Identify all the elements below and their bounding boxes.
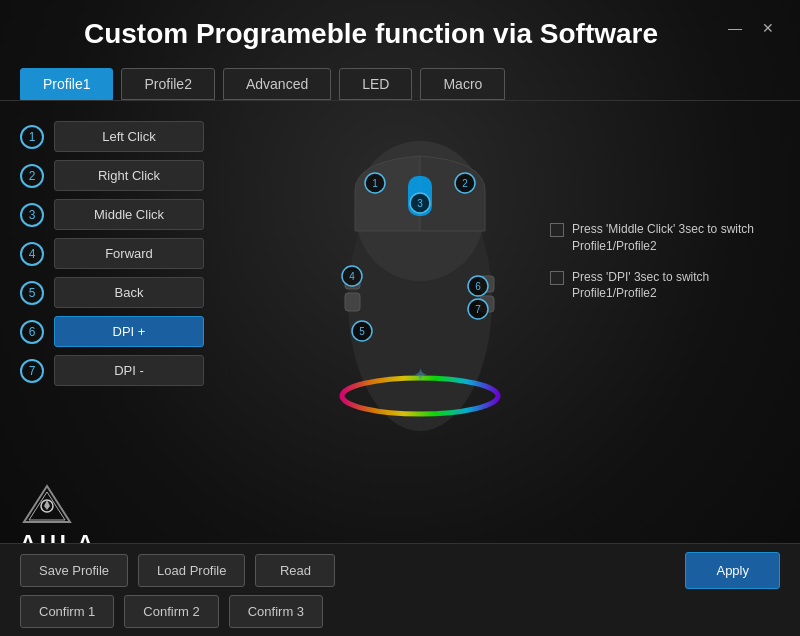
tab-bar: Profile1 Profile2 Advanced LED Macro <box>0 60 800 101</box>
svg-marker-26 <box>44 500 50 510</box>
button-row-4: 4 Forward <box>20 238 300 269</box>
middle-click-button[interactable]: Middle Click <box>54 199 204 230</box>
checkbox-row-1: Press 'Middle Click' 3sec to switch Prof… <box>550 221 780 255</box>
left-panel: 1 Left Click 2 Right Click 3 Middle Clic… <box>20 121 300 394</box>
svg-text:3: 3 <box>417 198 423 209</box>
confirm2-button[interactable]: Confirm 2 <box>124 595 218 628</box>
btn-num-4: 4 <box>20 242 44 266</box>
dpi-minus-button[interactable]: DPI - <box>54 355 204 386</box>
button-row-3: 3 Middle Click <box>20 199 300 230</box>
button-row-1: 1 Left Click <box>20 121 300 152</box>
load-profile-button[interactable]: Load Profile <box>138 554 245 587</box>
confirm1-button[interactable]: Confirm 1 <box>20 595 114 628</box>
right-click-button[interactable]: Right Click <box>54 160 204 191</box>
back-button[interactable]: Back <box>54 277 204 308</box>
checkbox-middle-click-label: Press 'Middle Click' 3sec to switch Prof… <box>572 221 780 255</box>
tab-advanced[interactable]: Advanced <box>223 68 331 100</box>
svg-text:7: 7 <box>475 304 481 315</box>
close-button[interactable]: ✕ <box>756 18 780 38</box>
svg-text:5: 5 <box>359 326 365 337</box>
svg-text:6: 6 <box>475 281 481 292</box>
checkbox-dpi-label: Press 'DPI' 3sec to switch Profile1/Prof… <box>572 269 780 303</box>
save-profile-button[interactable]: Save Profile <box>20 554 128 587</box>
svg-rect-4 <box>345 293 360 311</box>
tab-profile2[interactable]: Profile2 <box>121 68 214 100</box>
aula-logo-icon <box>20 484 75 526</box>
bottom-bar: Save Profile Load Profile Read Apply Con… <box>0 543 800 636</box>
minimize-button[interactable]: — <box>722 18 748 38</box>
button-row-2: 2 Right Click <box>20 160 300 191</box>
mouse-svg: ✦ 1 2 3 4 5 <box>320 131 520 451</box>
svg-text:4: 4 <box>349 271 355 282</box>
btn-num-5: 5 <box>20 281 44 305</box>
dpi-plus-button[interactable]: DPI + <box>54 316 204 347</box>
checkbox-row-2: Press 'DPI' 3sec to switch Profile1/Prof… <box>550 269 780 303</box>
btn-num-7: 7 <box>20 359 44 383</box>
bottom-row-1: Save Profile Load Profile Read Apply <box>20 552 780 589</box>
btn-num-3: 3 <box>20 203 44 227</box>
right-panel: Press 'Middle Click' 3sec to switch Prof… <box>540 121 780 316</box>
center-panel: ✦ 1 2 3 4 5 <box>300 121 540 451</box>
btn-num-6: 6 <box>20 320 44 344</box>
forward-button[interactable]: Forward <box>54 238 204 269</box>
button-row-5: 5 Back <box>20 277 300 308</box>
button-row-6: 6 DPI + <box>20 316 300 347</box>
svg-text:2: 2 <box>462 178 468 189</box>
apply-button[interactable]: Apply <box>685 552 780 589</box>
mouse-image: ✦ 1 2 3 4 5 <box>320 131 520 451</box>
left-click-button[interactable]: Left Click <box>54 121 204 152</box>
confirm3-button[interactable]: Confirm 3 <box>229 595 323 628</box>
svg-text:✦: ✦ <box>413 365 428 385</box>
tab-profile1[interactable]: Profile1 <box>20 68 113 100</box>
bottom-row-2: Confirm 1 Confirm 2 Confirm 3 <box>20 595 780 628</box>
tab-macro[interactable]: Macro <box>420 68 505 100</box>
checkbox-dpi[interactable] <box>550 271 564 285</box>
btn-num-1: 1 <box>20 125 44 149</box>
read-button[interactable]: Read <box>255 554 335 587</box>
checkbox-middle-click[interactable] <box>550 223 564 237</box>
svg-text:1: 1 <box>372 178 378 189</box>
tab-led[interactable]: LED <box>339 68 412 100</box>
btn-num-2: 2 <box>20 164 44 188</box>
button-row-7: 7 DPI - <box>20 355 300 386</box>
page-title: Custom Programeble function via Software <box>20 18 722 50</box>
